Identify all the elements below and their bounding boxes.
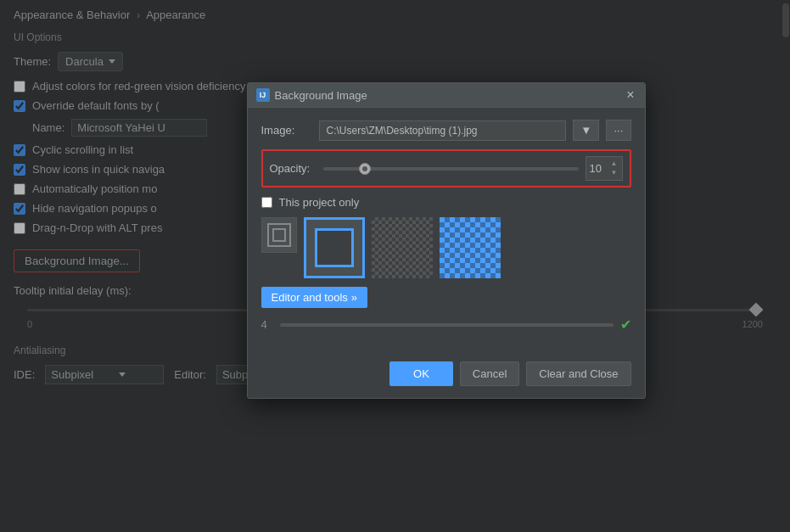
number-slider-row: 4 ✔ [261, 316, 631, 333]
opacity-label: Opacity: [270, 162, 317, 175]
opacity-value-display: 10 ▲ ▼ [585, 156, 623, 181]
tabs-row: Editor and tools » [261, 287, 631, 308]
image-dropdown-button[interactable]: ▼ [573, 120, 599, 141]
opacity-row: Opacity: 10 ▲ ▼ [261, 149, 631, 188]
opacity-up-arrow[interactable]: ▲ [610, 160, 619, 168]
modal-app-icon: IJ [256, 88, 270, 102]
cancel-button[interactable]: Cancel [460, 361, 519, 386]
ok-button[interactable]: OK [389, 361, 453, 386]
preview-icon-square [267, 223, 291, 247]
opacity-slider-track[interactable] [323, 167, 579, 171]
image-label: Image: [261, 124, 312, 137]
editor-tools-button[interactable]: Editor and tools » [261, 287, 368, 308]
slider-check-icon: ✔ [620, 316, 631, 333]
project-only-label: This project only [279, 196, 360, 209]
preview-main-box [304, 217, 365, 278]
opacity-value: 10 [590, 162, 602, 175]
image-row: Image: C:\Users\ZM\Desktop\timg (1).jpg … [261, 120, 631, 141]
image-dropdown-arrow: ▼ [580, 124, 591, 137]
preview-blue-checker [440, 217, 501, 278]
image-path-display: C:\Users\ZM\Desktop\timg (1).jpg [319, 120, 567, 141]
modal-footer: OK Cancel Clear and Close [248, 355, 645, 398]
image-more-button[interactable]: ··· [606, 120, 630, 141]
modal-titlebar: IJ Background Image × [248, 83, 645, 108]
preview-main-inner [315, 228, 354, 267]
opacity-slider-thumb[interactable] [359, 163, 371, 175]
number-slider-track[interactable] [280, 323, 614, 327]
modal-body: Image: C:\Users\ZM\Desktop\timg (1).jpg … [248, 108, 645, 355]
background-image-modal: IJ Background Image × Image: C:\Users\ZM… [247, 82, 646, 399]
preview-icon-box [261, 217, 297, 253]
modal-title-text: Background Image [275, 89, 367, 102]
modal-overlay: IJ Background Image × Image: C:\Users\ZM… [0, 0, 790, 532]
editor-tools-label: Editor and tools [272, 291, 348, 304]
image-more-icon: ··· [614, 124, 623, 137]
editor-tools-expand-icon: » [351, 291, 357, 304]
opacity-slider-wrap [323, 167, 579, 171]
opacity-down-arrow[interactable]: ▼ [610, 169, 619, 177]
opacity-spinner[interactable]: ▲ ▼ [610, 160, 619, 177]
slider-number-label: 4 [261, 318, 273, 331]
modal-title-left: IJ Background Image [256, 88, 367, 102]
project-only-checkbox[interactable] [261, 197, 272, 208]
modal-close-button[interactable]: × [625, 88, 636, 102]
project-only-row: This project only [261, 196, 631, 209]
clear-and-close-button[interactable]: Clear and Close [526, 361, 630, 386]
preview-pattern-box [372, 217, 433, 278]
preview-icon-inner [272, 228, 286, 242]
preview-area [261, 217, 631, 278]
